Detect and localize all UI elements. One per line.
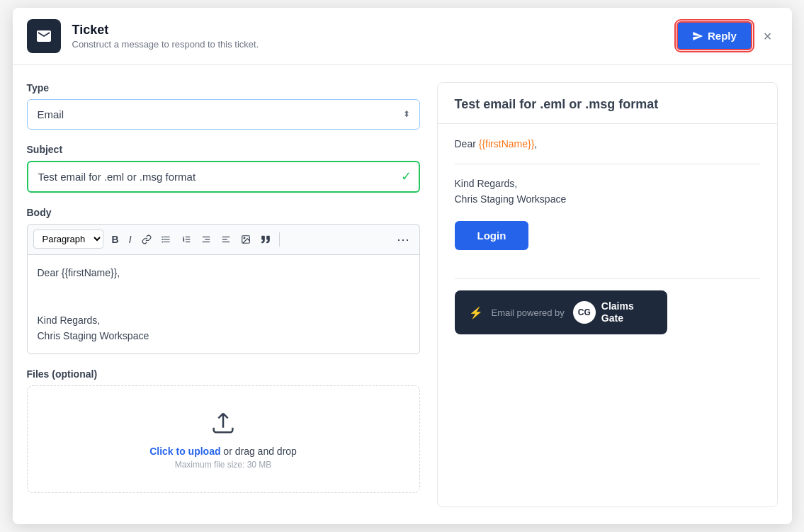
preview-login-wrapper: Login [455,221,760,267]
bold-button[interactable]: B [108,231,123,248]
upload-text: Click to upload or drag and drop [42,446,405,457]
quote-icon [261,234,271,244]
left-panel: Type Email SMS Letter ⬍ Subject ✓ [27,82,420,508]
image-icon [241,234,251,244]
more-options-button[interactable]: ⋯ [392,229,414,250]
preview-greeting: Dear {{firstName}}, [455,138,760,149]
editor-toolbar: Paragraph B I [27,224,420,254]
body-group: Body Paragraph B I [27,207,420,355]
editor-line-workspace: Chris Staging Workspace [38,328,409,344]
indent-right-button[interactable] [217,232,235,247]
header-actions: Reply × [676,21,778,50]
upload-or: or drag and drop [220,446,296,457]
preview-var-firstname: {{firstName}} [479,138,535,149]
subject-input[interactable] [27,161,420,193]
modal-subtitle: Construct a message to respond to this t… [72,39,259,50]
link-button[interactable] [137,232,156,247]
indent-left-icon [201,234,211,244]
svg-point-2 [162,241,163,242]
subject-wrapper: ✓ [27,161,420,193]
subject-group: Subject ✓ [27,144,420,193]
upload-link[interactable]: Click to upload [149,446,220,457]
lightning-icon: ⚡ [469,306,483,319]
modal-header: Ticket Construct a message to respond to… [13,8,792,65]
claims-name: Claims Gate [601,300,634,324]
editor-line-blank [38,281,409,296]
checkmark-icon: ✓ [401,169,412,184]
powered-text: Email powered by [492,307,565,318]
toolbar-separator [279,232,280,247]
indent-left-button[interactable] [197,232,215,247]
modal-title: Ticket [72,23,259,38]
svg-point-1 [162,239,163,240]
image-button[interactable] [237,232,255,247]
modal-body: Type Email SMS Letter ⬍ Subject ✓ [13,65,792,525]
type-select-wrapper: Email SMS Letter ⬍ [27,99,420,130]
ticket-modal: Ticket Construct a message to respond to… [13,8,792,525]
preview-title: Test email for .eml or .msg format [455,97,760,112]
powered-bar: ⚡ Email powered by CG Claims Gate [455,290,667,334]
editor-content[interactable]: Dear {{firstName}}, Kind Regards, Chris … [27,254,420,355]
type-group: Type Email SMS Letter ⬍ [27,82,420,130]
claims-logo-icon: CG [573,301,596,324]
reply-button[interactable]: Reply [676,21,752,50]
editor-line-blank2 [38,296,409,312]
preview-divider [455,164,760,164]
paragraph-select[interactable]: Paragraph [33,230,103,249]
bullet-list-button[interactable] [157,232,176,247]
italic-button[interactable]: I [125,231,136,248]
editor-line-greeting: Dear {{firstName}}, [38,265,409,281]
header-left: Ticket Construct a message to respond to… [27,19,259,53]
quote-button[interactable] [256,232,275,247]
preview-header: Test email for .eml or .msg format [438,83,777,124]
files-group: Files (optional) Click to upload or drag… [27,368,420,493]
file-drop-zone[interactable]: Click to upload or drag and drop Maximum… [27,385,420,493]
mail-icon [35,28,52,45]
indent-right-icon [221,234,231,244]
subject-label: Subject [27,144,420,155]
type-label: Type [27,82,420,94]
body-label: Body [27,207,420,218]
files-label: Files (optional) [27,368,420,380]
login-button[interactable]: Login [455,221,529,250]
claims-gate-logo: CG Claims Gate [573,300,634,324]
upload-icon [209,409,237,437]
preview-panel: Test email for .eml or .msg format Dear … [437,82,778,508]
link-icon [142,234,152,244]
type-select[interactable]: Email SMS Letter [27,99,420,130]
close-button[interactable]: × [758,26,778,46]
bullet-list-icon [162,234,171,244]
ticket-icon-box [27,19,61,53]
send-icon [692,30,703,42]
header-text: Ticket Construct a message to respond to… [72,23,259,50]
svg-point-13 [244,237,245,239]
svg-point-0 [162,236,163,237]
preview-body: Dear {{firstName}}, Kind Regards, Chris … [438,124,777,349]
upload-hint: Maximum file size: 30 MB [42,460,405,470]
numbered-list-icon [181,234,191,244]
numbered-list-button[interactable] [177,232,196,247]
preview-regards: Kind Regards, Chris Staging Workspace [455,176,760,208]
editor-line-regards: Kind Regards, [38,312,409,328]
preview-divider-2 [455,278,760,279]
